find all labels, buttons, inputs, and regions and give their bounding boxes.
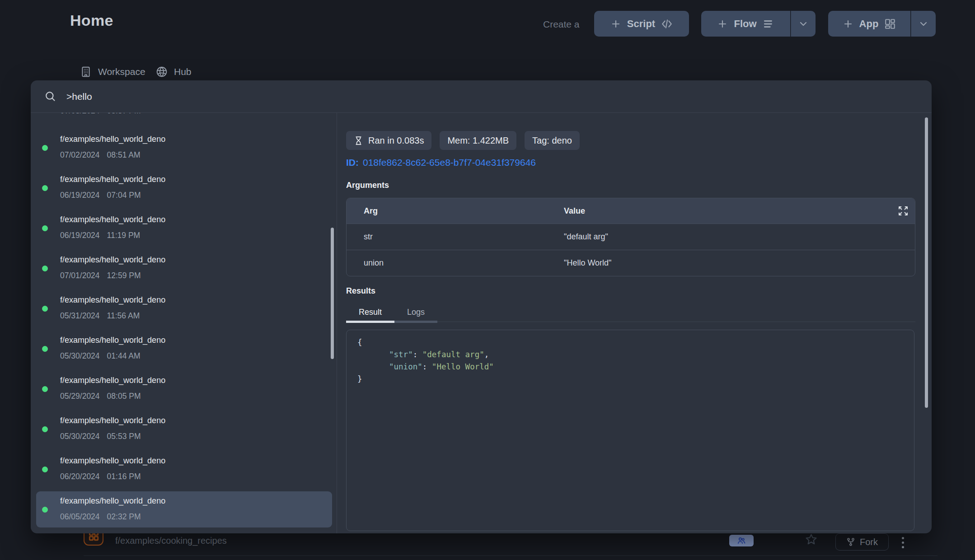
run-path: f/examples/hello_world_deno xyxy=(60,135,165,144)
run-date: 07/03/2024 xyxy=(60,113,100,119)
run-datetime: 05/30/202405:53 PM xyxy=(60,432,141,441)
list-item[interactable]: f/examples/hello_world_deno 06/19/202407… xyxy=(36,170,332,206)
detail-panel-scrollbar[interactable] xyxy=(925,117,928,408)
favorite-star-icon[interactable] xyxy=(805,533,818,548)
json-key: "union" xyxy=(389,362,422,371)
duration-badge: Ran in 0.083s xyxy=(346,131,431,150)
run-path: f/examples/hello_world_deno xyxy=(60,456,165,466)
flow-dropdown-button[interactable] xyxy=(791,11,816,37)
arg-cell: str xyxy=(347,232,564,242)
status-dot-success xyxy=(42,386,48,392)
create-app-label: App xyxy=(859,18,879,30)
globe-icon xyxy=(156,66,168,78)
create-script-button[interactable]: Script xyxy=(594,11,689,37)
tab-result[interactable]: Result xyxy=(346,303,394,321)
json-key: "str" xyxy=(389,350,413,359)
status-dot-success xyxy=(42,185,48,191)
list-item[interactable]: f/examples/hello_world_deno 07/02/202408… xyxy=(36,130,332,166)
shared-users-badge[interactable] xyxy=(729,535,754,546)
chevron-down-icon xyxy=(918,19,929,29)
status-dot-success xyxy=(42,467,48,472)
list-item[interactable]: f/examples/hello_world_deno 07/01/202412… xyxy=(36,250,332,286)
value-cell: "Hello World" xyxy=(564,258,915,268)
app-dropdown-button[interactable] xyxy=(911,11,936,37)
run-path: f/examples/hello_world_deno xyxy=(60,255,165,265)
run-path: f/examples/hello_world_deno xyxy=(60,175,165,184)
search-input[interactable]: >hello xyxy=(66,91,92,102)
more-options-button[interactable] xyxy=(898,535,907,550)
json-value: "default arg" xyxy=(422,350,484,359)
tab-logs[interactable]: Logs xyxy=(394,303,437,321)
footer-divider xyxy=(84,555,938,556)
run-time: 05:37 PM xyxy=(107,113,141,119)
value-cell: "default arg" xyxy=(564,232,915,242)
status-dot-success xyxy=(42,426,48,432)
run-id-link[interactable]: ID:018fe862-8c62-65e8-b7f7-04e31f379646 xyxy=(346,157,536,168)
results-heading: Results xyxy=(346,286,375,296)
list-item[interactable]: f/examples/hello_world_deno 06/20/202401… xyxy=(36,451,332,487)
list-item-clipped[interactable]: 07/03/2024 05:37 PM xyxy=(60,113,141,119)
page-title: Home xyxy=(70,12,113,29)
list-item[interactable]: f/examples/hello_world_deno 06/19/202411… xyxy=(36,210,332,246)
result-json-viewer[interactable]: {"str": "default arg","union": "Hello Wo… xyxy=(346,330,914,531)
chevron-down-icon xyxy=(798,19,809,29)
run-path: f/examples/hello_world_deno xyxy=(60,336,165,345)
run-history-list[interactable]: 07/03/2024 05:37 PM f/examples/hello_wor… xyxy=(31,113,337,533)
run-datetime: 05/29/202408:05 PM xyxy=(60,392,141,401)
plus-icon xyxy=(717,19,728,29)
arguments-heading: Arguments xyxy=(346,181,389,190)
logs-tab-indicator xyxy=(394,321,437,323)
tag-badge: Tag: deno xyxy=(525,131,580,150)
flow-list-icon xyxy=(763,18,774,30)
active-tab-indicator xyxy=(346,321,394,323)
tag-badge-label: Tag: deno xyxy=(532,135,572,146)
status-dot-success xyxy=(42,225,48,231)
expand-icon xyxy=(898,205,909,216)
json-close-brace: } xyxy=(357,374,362,383)
run-datetime: 05/30/202401:44 AM xyxy=(60,351,141,361)
search-bar[interactable]: >hello xyxy=(31,80,932,113)
status-dot-success xyxy=(42,507,48,513)
tab-workspace[interactable]: Workspace xyxy=(80,66,145,78)
tab-hub[interactable]: Hub xyxy=(156,66,192,78)
run-datetime: 06/05/202402:32 PM xyxy=(60,512,141,522)
run-datetime: 07/02/202408:51 AM xyxy=(60,150,141,160)
run-datetime: 06/19/202411:19 PM xyxy=(60,231,140,240)
run-datetime: 06/20/202401:16 PM xyxy=(60,472,141,481)
status-dot-success xyxy=(42,266,48,271)
run-detail-panel: Ran in 0.083s Mem: 1.422MB Tag: deno ID:… xyxy=(338,113,932,533)
run-id-value: 018fe862-8c62-65e8-b7f7-04e31f379646 xyxy=(363,157,536,168)
plus-icon xyxy=(610,19,621,29)
list-item[interactable]: f/examples/hello_world_deno 05/29/202408… xyxy=(36,371,332,407)
tab-hub-label: Hub xyxy=(174,66,192,77)
plus-icon xyxy=(843,19,853,29)
run-id-label: ID: xyxy=(346,157,359,168)
fork-button[interactable]: Fork xyxy=(835,533,889,551)
run-path: f/examples/hello_world_deno xyxy=(60,496,165,506)
list-item[interactable]: f/examples/hello_world_deno 05/30/202401… xyxy=(36,331,332,367)
table-row: union "Hello World" xyxy=(347,250,915,276)
list-item-selected[interactable]: f/examples/hello_world_deno 06/05/202402… xyxy=(36,491,332,527)
expand-table-button[interactable] xyxy=(898,205,909,219)
list-item[interactable]: f/examples/hello_world_deno 05/31/202411… xyxy=(36,290,332,327)
list-item[interactable]: f/examples/hello_world_deno 05/30/202405… xyxy=(36,411,332,447)
arg-column-header: Arg xyxy=(347,206,564,216)
status-dot-success xyxy=(42,306,48,312)
run-datetime: 07/01/202412:59 PM xyxy=(60,271,141,280)
fork-button-label: Fork xyxy=(860,537,878,547)
list-scrollbar[interactable] xyxy=(331,228,334,359)
duration-badge-label: Ran in 0.083s xyxy=(368,135,424,146)
create-app-button[interactable]: App xyxy=(828,11,910,37)
create-flow-button[interactable]: Flow xyxy=(701,11,790,37)
memory-badge: Mem: 1.422MB xyxy=(440,131,516,150)
json-open-brace: { xyxy=(357,338,362,347)
run-path: f/examples/hello_world_deno xyxy=(60,295,165,305)
results-tabs: Result Logs xyxy=(346,303,915,323)
run-datetime: 06/19/202407:04 PM xyxy=(60,191,141,200)
search-icon xyxy=(44,90,56,103)
tab-workspace-label: Workspace xyxy=(98,66,145,77)
dashboard-icon xyxy=(884,18,896,30)
arguments-table-header: Arg Value xyxy=(347,198,915,224)
run-path: f/examples/hello_world_deno xyxy=(60,215,165,224)
run-path: f/examples/hello_world_deno xyxy=(60,416,165,425)
